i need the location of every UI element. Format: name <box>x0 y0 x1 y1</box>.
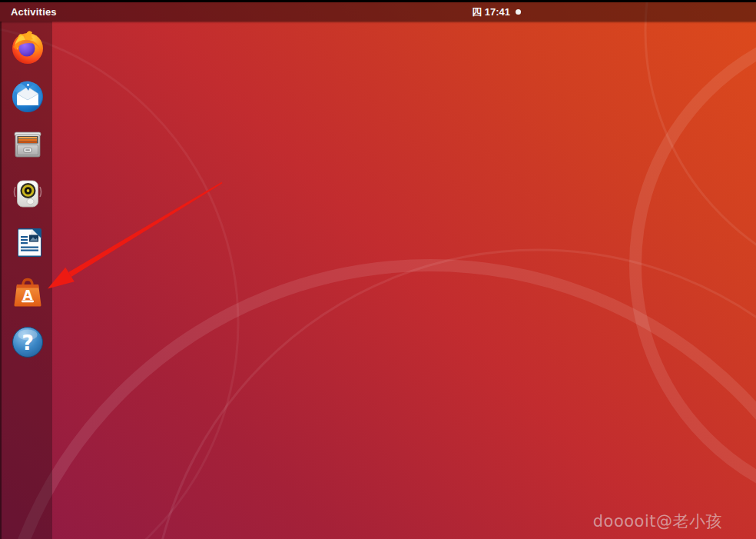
notification-dot-icon <box>516 9 521 15</box>
rhythmbox-speaker-icon <box>9 175 46 212</box>
ubuntu-desktop: Activities 四 17:41 <box>0 0 756 539</box>
dock: A ? <box>0 22 52 539</box>
wallpaper <box>0 0 756 539</box>
libreoffice-writer-icon <box>9 225 46 261</box>
dock-item-thunderbird[interactable] <box>8 76 48 116</box>
dock-item-libreoffice-writer[interactable] <box>8 223 48 263</box>
dock-item-firefox[interactable] <box>8 26 48 66</box>
top-bar: Activities 四 17:41 <box>0 0 756 22</box>
thunderbird-icon <box>9 78 46 115</box>
svg-text:?: ? <box>22 331 34 354</box>
clock-menu[interactable]: 四 17:41 <box>472 2 521 22</box>
dock-item-ubuntu-software[interactable]: A <box>8 271 48 311</box>
firefox-icon <box>9 28 46 65</box>
watermark-text: dooooit@老小孩 <box>593 511 722 532</box>
files-cabinet-icon <box>9 126 46 163</box>
ubuntu-software-bag-icon: A <box>9 273 46 310</box>
clock-label: 四 17:41 <box>472 5 510 19</box>
help-question-icon: ? <box>9 324 46 361</box>
activities-button[interactable]: Activities <box>0 2 68 22</box>
dock-item-help[interactable]: ? <box>8 322 48 362</box>
dock-item-files[interactable] <box>8 125 48 165</box>
dock-item-rhythmbox[interactable] <box>8 174 48 214</box>
wallpaper-circles-pattern <box>0 0 756 539</box>
